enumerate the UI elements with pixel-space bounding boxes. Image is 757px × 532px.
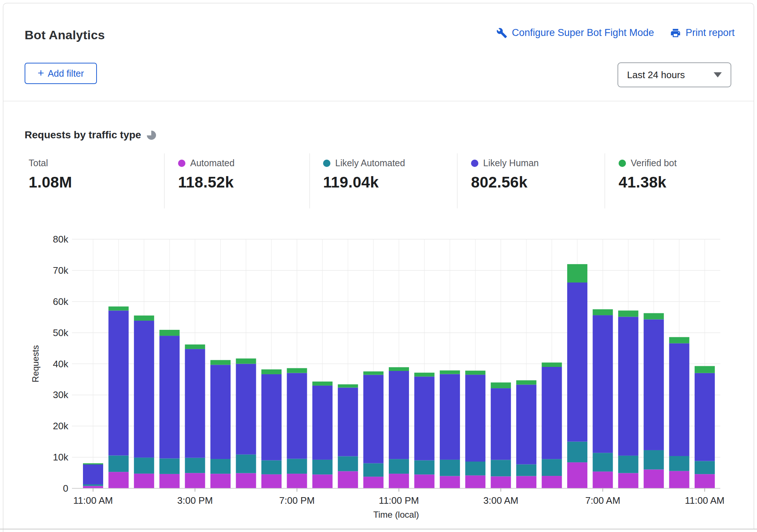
add-filter-button[interactable]: + Add filter — [25, 63, 97, 84]
time-range-value: Last 24 hours — [627, 69, 685, 81]
printer-icon — [670, 28, 681, 39]
requests-by-traffic-type-chart[interactable]: 010k20k30k40k50k60k70k80k11:00 AM3:00 PM… — [22, 175, 738, 528]
stat-likely-automated-label: Likely Automated — [335, 158, 405, 168]
svg-text:Requests: Requests — [30, 345, 40, 382]
svg-text:3:00 AM: 3:00 AM — [483, 495, 518, 506]
stat-likely-human-label: Likely Human — [483, 158, 539, 168]
header-actions: Configure Super Bot Fight Mode Print rep… — [496, 27, 735, 39]
svg-text:3:00 PM: 3:00 PM — [177, 495, 213, 506]
section-title: Requests by traffic type — [25, 129, 141, 141]
svg-text:11:00 AM: 11:00 AM — [685, 495, 725, 506]
svg-text:20k: 20k — [53, 420, 69, 431]
svg-text:70k: 70k — [53, 265, 69, 276]
svg-text:Time (local): Time (local) — [373, 510, 419, 520]
stat-automated-label: Automated — [190, 158, 235, 168]
likely-automated-legend-dot — [323, 160, 330, 167]
svg-text:30k: 30k — [53, 389, 69, 400]
svg-text:7:00 PM: 7:00 PM — [279, 495, 315, 506]
stat-total-label: Total — [29, 158, 48, 168]
svg-text:50k: 50k — [53, 327, 69, 338]
chevron-down-icon — [714, 72, 722, 77]
automated-legend-dot — [178, 160, 185, 167]
likely-human-legend-dot — [471, 160, 478, 167]
svg-text:11:00 AM: 11:00 AM — [73, 495, 113, 506]
section-title-row: Requests by traffic type — [25, 129, 156, 141]
svg-text:40k: 40k — [53, 358, 69, 369]
page-title: Bot Analytics — [25, 28, 105, 42]
section-bottom-divider — [0, 529, 757, 529]
configure-link-label: Configure Super Bot Fight Mode — [512, 27, 654, 39]
next-card-edge — [3, 529, 3, 532]
wrench-icon — [496, 28, 507, 39]
pie-chart-icon — [147, 131, 156, 140]
svg-text:11:00 PM: 11:00 PM — [379, 495, 419, 506]
svg-text:10k: 10k — [53, 452, 69, 463]
verified-bot-legend-dot — [619, 160, 626, 167]
configure-super-bot-fight-mode-link[interactable]: Configure Super Bot Fight Mode — [496, 27, 654, 39]
time-range-dropdown[interactable]: Last 24 hours — [617, 62, 731, 87]
stat-verified-bot-label: Verified bot — [631, 158, 677, 168]
svg-text:0: 0 — [63, 483, 68, 494]
print-report-link[interactable]: Print report — [670, 27, 735, 39]
plus-icon: + — [37, 68, 44, 79]
svg-text:7:00 AM: 7:00 AM — [585, 495, 620, 506]
add-filter-label: Add filter — [48, 68, 84, 79]
print-link-label: Print report — [685, 27, 735, 39]
header-divider — [3, 101, 754, 101]
svg-text:80k: 80k — [53, 234, 69, 245]
svg-text:60k: 60k — [53, 296, 69, 307]
